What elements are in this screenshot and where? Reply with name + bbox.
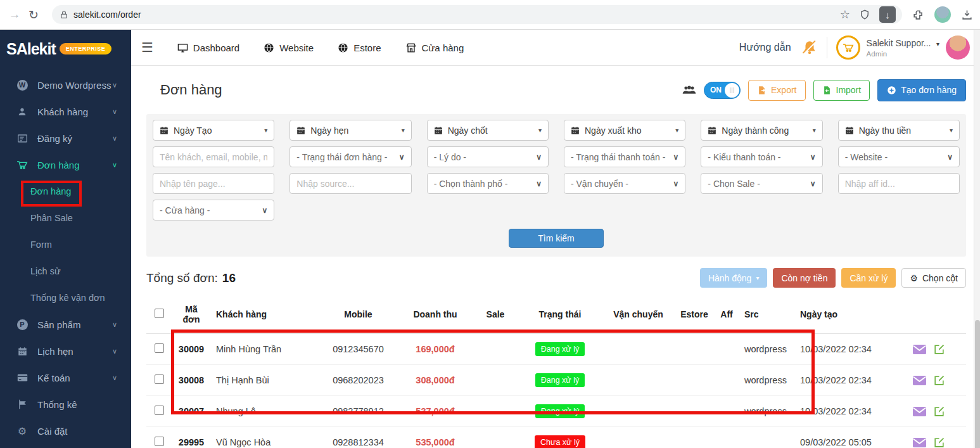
download-button[interactable]: ↓	[879, 6, 896, 23]
edit-icon[interactable]	[933, 437, 945, 448]
store-icon	[405, 42, 417, 53]
sidebar-subitem-phan-sale[interactable]: Phân Sale	[0, 205, 131, 231]
bulk-actions-button[interactable]: Hành động ▾	[700, 268, 768, 288]
main-content: Đơn hàng ON Export Import Tạo đơn hàng	[131, 66, 980, 448]
scrollbar-thumb[interactable]	[975, 320, 980, 448]
payment-status-select[interactable]: - Trạng thái thanh toán - ∨	[564, 146, 685, 167]
group-icon[interactable]	[682, 85, 696, 95]
website-select[interactable]: - Website - ∨	[838, 146, 960, 167]
chevron-down-icon: ∨	[673, 153, 679, 162]
date-filter-ngay-thanh-cong[interactable]: Ngày thành công ▾	[701, 120, 822, 141]
email-icon[interactable]	[913, 345, 926, 354]
payment-type-select[interactable]: - Kiểu thanh toán - ∨	[701, 146, 822, 167]
sidebar-item-ke-toan[interactable]: Kế toán ∨	[0, 364, 131, 391]
email-icon[interactable]	[913, 376, 926, 385]
edit-icon[interactable]	[933, 343, 945, 355]
nav-cua-hang[interactable]: Cửa hàng	[405, 42, 464, 53]
bookmark-star-icon[interactable]: ☆	[840, 8, 850, 22]
aff-id-input[interactable]	[838, 173, 960, 194]
date-filter-ngay-thu-tien[interactable]: Ngày thu tiền ▾	[838, 120, 960, 141]
customer-search-input[interactable]	[153, 146, 274, 167]
row-checkbox[interactable]	[155, 374, 164, 384]
sidebar-item-san-pham[interactable]: P Sản phẩm ∨	[0, 311, 131, 338]
sidebar-subitem-form[interactable]: Form	[0, 231, 131, 258]
sidebar-subitem-don-hang[interactable]: Đơn hàng	[0, 178, 131, 205]
row-checkbox[interactable]	[155, 406, 164, 415]
globe-icon	[264, 42, 274, 53]
sidebar-subitem-thong-ke-van-don[interactable]: Thống kê vận đơn	[0, 285, 131, 311]
gear-icon: ⚙	[910, 273, 918, 283]
browser-profile-avatar[interactable]	[934, 6, 951, 23]
chevron-down-icon: ∨	[112, 81, 117, 89]
globe-icon	[338, 42, 348, 53]
on-off-toggle[interactable]: ON	[704, 82, 741, 99]
sidebar-item-don-hang[interactable]: Đơn hàng ∨	[0, 151, 131, 178]
sidebar-subitem-lich-su[interactable]: Lịch sử	[0, 258, 131, 285]
nav-estore[interactable]: Estore	[338, 42, 381, 53]
page-name-input[interactable]	[153, 173, 274, 194]
forward-icon[interactable]: →	[5, 8, 24, 22]
user-icon	[16, 106, 28, 117]
calendar-icon	[160, 126, 169, 135]
shipping-select[interactable]: - Vận chuyển - ∨	[564, 173, 685, 194]
sidebar-item-lich-hen[interactable]: Lịch hẹn ∨	[0, 338, 131, 364]
order-status-select[interactable]: - Trạng thái đơn hàng - ∨	[290, 146, 411, 167]
address-bar[interactable]: salekit.com/order ☆ ↓	[52, 5, 902, 24]
refresh-icon[interactable]: ↻	[24, 8, 43, 22]
date-filter-ngay-tao[interactable]: Ngày Tạo ▾	[153, 120, 274, 141]
shield-icon[interactable]	[859, 9, 870, 20]
product-icon: P	[16, 319, 28, 330]
account-menu[interactable]: Salekit Suppor... ▾ Admin	[867, 37, 939, 58]
card-icon	[16, 134, 28, 143]
help-link[interactable]: Hướng dẫn	[739, 42, 791, 53]
sidebar-item-cai-dat[interactable]: ⚙ Cài đặt	[0, 418, 131, 444]
avatar[interactable]	[946, 35, 970, 60]
caret-down-icon: ▾	[264, 127, 267, 134]
sidebar-item-khach-hang[interactable]: Khách hàng ∨	[0, 98, 131, 125]
row-checkbox[interactable]	[155, 437, 164, 446]
import-button[interactable]: Import	[813, 80, 870, 101]
nav-website[interactable]: Website	[264, 42, 314, 53]
wordpress-icon: W	[16, 80, 28, 91]
cart-badge-icon[interactable]	[836, 35, 860, 60]
choose-columns-button[interactable]: ⚙ Chọn cột	[901, 268, 966, 288]
row-checkbox[interactable]	[155, 343, 164, 353]
bell-muted-icon[interactable]	[801, 39, 818, 56]
date-filter-ngay-hen[interactable]: Ngày hẹn ▾	[290, 120, 411, 141]
logo[interactable]: SAlekit ENTERPRISE	[0, 30, 131, 68]
export-button[interactable]: Export	[748, 80, 805, 101]
sidebar-item-demo-wordpress[interactable]: W Demo Wordpress ∨	[0, 72, 131, 98]
source-input[interactable]	[290, 173, 411, 194]
divider	[827, 37, 827, 58]
hamburger-menu-icon[interactable]: ☰	[141, 40, 153, 55]
date-filter-ngay-chot[interactable]: Ngày chốt ▾	[427, 120, 549, 141]
extensions-puzzle-icon[interactable]	[912, 9, 924, 21]
email-icon[interactable]	[913, 407, 926, 416]
page-scrollbar[interactable]	[974, 30, 980, 448]
status-badge: Đang xử lý	[535, 373, 585, 387]
reason-select[interactable]: - Lý do - ∨	[427, 146, 549, 167]
edit-icon[interactable]	[933, 406, 945, 418]
nav-dashboard[interactable]: Dashboard	[177, 42, 239, 53]
city-select[interactable]: - Chọn thành phố - ∨	[427, 173, 549, 194]
store-select[interactable]: - Cửa hàng - ∨	[153, 200, 274, 221]
caret-down-icon: ▾	[813, 127, 816, 134]
debt-filter-button[interactable]: Còn nợ tiền	[773, 268, 836, 288]
sale-select[interactable]: - Chọn Sale - ∨	[701, 173, 822, 194]
plus-circle-icon	[887, 86, 896, 95]
need-processing-button[interactable]: Cần xử lý	[841, 268, 896, 288]
monitor-icon	[177, 42, 188, 53]
flag-icon	[16, 399, 28, 409]
table-header-row: Mã đơn Khách hàng Mobile Doanh thu Sale …	[146, 295, 966, 334]
sidebar: SAlekit ENTERPRISE W Demo Wordpress ∨ Kh…	[0, 30, 131, 448]
date-filter-ngay-xuat-kho[interactable]: Ngày xuất kho ▾	[564, 120, 685, 141]
downloads-tray-icon[interactable]	[961, 9, 973, 21]
select-all-checkbox[interactable]	[155, 309, 164, 318]
create-order-button[interactable]: Tạo đơn hàng	[877, 79, 966, 101]
sidebar-item-dang-ky[interactable]: Đăng ký ∨	[0, 125, 131, 151]
table-row: 30008 Thị Hạnh Bùi 0968202023 308,000đ Đ…	[146, 365, 966, 396]
sidebar-item-thong-ke[interactable]: Thống kê	[0, 391, 131, 418]
search-button[interactable]: Tìm kiếm	[509, 229, 604, 248]
email-icon[interactable]	[913, 438, 926, 447]
edit-icon[interactable]	[933, 374, 945, 387]
